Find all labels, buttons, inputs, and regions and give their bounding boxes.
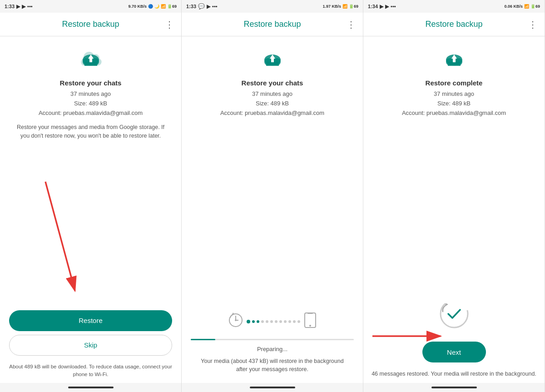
play-icon-1: ▶ <box>16 4 20 10</box>
play-icon-5: ▶ <box>380 4 383 10</box>
backup-meta-2: 37 minutes ago Size: 489 kB Account: pru… <box>220 89 324 118</box>
battery-icon-1: 🔋69 <box>167 4 177 9</box>
svg-rect-25 <box>448 62 461 66</box>
svg-point-28 <box>441 300 468 327</box>
svg-rect-3 <box>84 62 97 66</box>
phone-icon-2 <box>303 312 317 332</box>
backup-meta-1: 37 minutes ago Size: 489 kB Account: pru… <box>39 89 143 118</box>
history-icon-2 <box>228 312 244 332</box>
next-button-3[interactable]: Next <box>422 342 486 362</box>
status-time-3: 1:34 <box>368 4 378 9</box>
complete-checkmark-icon <box>438 298 470 330</box>
more-icon-1: ••• <box>27 4 33 9</box>
battery-icon-2: 🔋69 <box>349 4 358 9</box>
content-1: Restore your chats 37 minutes ago Size: … <box>0 36 181 175</box>
dot-inactive-9 <box>297 320 300 323</box>
dot-inactive-6 <box>284 320 287 323</box>
nav-indicator-3 <box>363 383 545 392</box>
network-speed-1: 9.70 KB/s <box>128 4 147 9</box>
panel-1: 1:33 ▶ ▶ ••• 9.70 KB/s 🔵 🌙 📶 🔋69 Restore… <box>0 0 182 392</box>
nav-indicator-1 <box>0 383 181 392</box>
nav-indicator-2 <box>182 383 363 392</box>
more-icon-3: ••• <box>391 4 396 9</box>
app-bar-title-2: Restore backup <box>243 20 301 29</box>
svg-rect-5 <box>89 59 92 62</box>
status-time-2: 1:33 <box>186 4 196 9</box>
more-icon-2: ••• <box>212 4 218 9</box>
cloud-upload-icon-3 <box>441 50 468 74</box>
backup-size-1: Size: 489 kB <box>39 99 143 109</box>
network-speed-3: 0.06 KB/s <box>504 4 523 9</box>
backup-account-3: Account: pruebas.malavida@gmail.com <box>402 109 506 118</box>
nav-bar-1 <box>68 387 114 388</box>
backup-time-1: 37 minutes ago <box>39 89 143 99</box>
moon-icon-1: 🌙 <box>154 4 159 9</box>
app-bar-1: Restore backup ⋮ <box>0 13 181 36</box>
progress-bar-2 <box>191 339 354 340</box>
dot-active-3 <box>257 320 259 323</box>
dot-active-1 <box>247 320 250 323</box>
menu-button-3[interactable]: ⋮ <box>528 19 537 30</box>
skip-button-1[interactable]: Skip <box>9 335 172 356</box>
cloud-upload-icon-1 <box>77 50 104 74</box>
progress-area-2: Preparing... Your media (about 437 kB) w… <box>182 264 363 383</box>
backup-account-1: Account: pruebas.malavida@gmail.com <box>39 109 143 118</box>
restore-button-1[interactable]: Restore <box>9 310 172 331</box>
wa-icon: 💬 <box>198 3 205 10</box>
footer-note-1: About 489 kB will be downloaded. To redu… <box>0 363 181 383</box>
backup-meta-3: 37 minutes ago Size: 489 kB Account: pru… <box>402 89 506 118</box>
dot-inactive-3 <box>270 320 273 323</box>
svg-rect-13 <box>271 59 274 62</box>
svg-rect-27 <box>453 59 456 62</box>
backup-time-3: 37 minutes ago <box>402 89 506 99</box>
app-bar-title-1: Restore backup <box>62 20 119 29</box>
restore-message-1: Restore your messages and media from Goo… <box>9 123 172 140</box>
dots-container-2 <box>247 320 300 323</box>
status-bar-2: 1:33 💬 ▶ ••• 1.97 KB/s 📶 🔋69 <box>182 0 363 13</box>
complete-icon-area <box>363 298 545 330</box>
svg-rect-20 <box>307 313 313 314</box>
status-bar-1: 1:33 ▶ ▶ ••• 9.70 KB/s 🔵 🌙 📶 🔋69 <box>0 0 181 13</box>
wifi-icon-3: 📶 <box>524 4 529 9</box>
dot-inactive-4 <box>275 320 277 323</box>
panel-2: 1:33 💬 ▶ ••• 1.97 KB/s 📶 🔋69 Restore bac… <box>182 0 363 392</box>
wifi-icon-2: 📶 <box>342 4 347 9</box>
play-icon-3: ▶ <box>207 4 210 10</box>
cloud-upload-icon-2 <box>259 50 286 74</box>
svg-point-21 <box>309 325 311 327</box>
backup-title-3: Restore complete <box>426 79 483 87</box>
bluetooth-icon-1: 🔵 <box>148 4 153 9</box>
wifi-icon-1: 📶 <box>161 4 166 9</box>
preparing-text-2: Preparing... <box>257 346 287 352</box>
complete-message-3: 46 messages restored. Your media will re… <box>363 370 545 383</box>
nav-bar-2 <box>250 387 295 388</box>
app-bar-2: Restore backup ⋮ <box>182 13 363 36</box>
dot-inactive-5 <box>279 320 282 323</box>
backup-account-2: Account: pruebas.malavida@gmail.com <box>220 109 324 118</box>
content-3: Restore complete 37 minutes ago Size: 48… <box>363 36 545 172</box>
app-bar-3: Restore backup ⋮ <box>363 13 545 36</box>
transfer-animation-2 <box>228 312 317 332</box>
backup-size-2: Size: 489 kB <box>220 99 324 109</box>
panel-3: 1:34 ▶ ▶ ••• 0.06 KB/s 📶 🔋69 Restore bac… <box>363 0 545 392</box>
svg-rect-11 <box>266 62 279 66</box>
dot-active-2 <box>252 320 255 323</box>
bottom-area-1: Restore Skip <box>0 306 181 363</box>
network-speed-2: 1.97 KB/s <box>322 4 341 9</box>
next-btn-area-3: Next <box>363 337 545 370</box>
dot-inactive-7 <box>288 320 291 323</box>
backup-title-2: Restore your chats <box>242 79 303 87</box>
dot-inactive-2 <box>266 320 268 323</box>
menu-button-2[interactable]: ⋮ <box>347 19 356 30</box>
nav-bar-3 <box>431 387 477 388</box>
backup-size-3: Size: 489 kB <box>402 99 506 109</box>
media-restore-text-2: Your media (about 437 kB) will restore i… <box>191 357 354 374</box>
app-bar-title-3: Restore backup <box>425 20 482 29</box>
backup-title-1: Restore your chats <box>60 79 122 87</box>
content-2: Restore your chats 37 minutes ago Size: … <box>182 36 363 155</box>
play-icon-2: ▶ <box>22 4 25 10</box>
dot-inactive-8 <box>293 320 296 323</box>
play-icon-6: ▶ <box>385 4 389 10</box>
backup-time-2: 37 minutes ago <box>220 89 324 99</box>
menu-button-1[interactable]: ⋮ <box>165 19 174 30</box>
